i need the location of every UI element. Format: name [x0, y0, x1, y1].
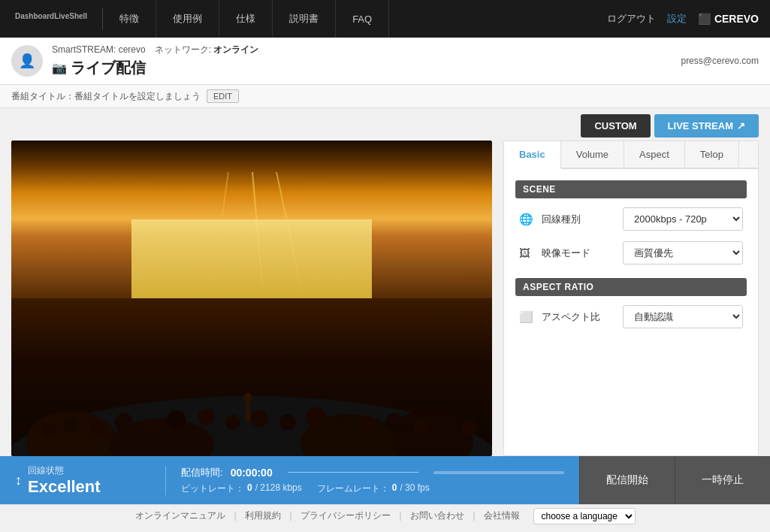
- connection-select[interactable]: 2000kbps - 720p 1000kbps - 480p 500kbps …: [623, 207, 743, 231]
- nav-tabs: 特徴 使用例 仕様 説明書 FAQ: [103, 0, 389, 38]
- svg-point-10: [167, 410, 186, 430]
- footer: オンラインマニュアル ｜ 利用規約 ｜ プライバシーポリシー ｜ お問い合わせ …: [0, 504, 770, 527]
- footer-sep-2: ｜: [286, 509, 295, 522]
- svg-point-20: [439, 422, 455, 438]
- bitrate-label: ビットレート：: [181, 482, 244, 495]
- nav-logo-sub: LiveShell: [54, 12, 87, 20]
- live-stream-label: LIVE STREAM: [668, 120, 733, 131]
- svg-point-14: [279, 414, 296, 431]
- stream-name-text: ライブ配信: [71, 58, 146, 78]
- live-stream-button[interactable]: LIVE STREAM ↗: [654, 114, 759, 138]
- tab-aspect[interactable]: Aspect: [624, 141, 685, 168]
- footer-link-company[interactable]: 会社情報: [484, 509, 520, 522]
- smart-stream-label: SmartSTREAM:: [52, 44, 116, 55]
- footer-link-privacy[interactable]: プライバシーポリシー: [300, 509, 391, 522]
- svg-point-5: [41, 422, 56, 437]
- svg-point-23: [244, 392, 252, 403]
- network-status-label: 回線状態: [28, 464, 101, 477]
- nav-tab-features[interactable]: 特徴: [103, 0, 156, 38]
- nav-tab-usage[interactable]: 使用例: [156, 0, 219, 38]
- footer-sep-4: ｜: [470, 509, 479, 522]
- svg-point-6: [63, 416, 80, 433]
- framerate-unit: / 30 fps: [400, 482, 429, 495]
- svg-point-19: [413, 419, 428, 434]
- brand-icon: ⬛: [698, 13, 711, 25]
- aspect-icon: ⬜: [519, 310, 537, 324]
- pause-stream-button[interactable]: 一時停止: [675, 456, 770, 504]
- footer-sep-3: ｜: [396, 509, 405, 522]
- nav-tab-spec[interactable]: 仕様: [219, 0, 273, 38]
- top-nav: DashboardLiveShell 特徴 使用例 仕様 説明書 FAQ ログア…: [0, 0, 770, 38]
- stream-title-row: SmartSTREAM: cerevo ネットワーク: オンライン: [52, 44, 258, 56]
- footer-link-manual[interactable]: オンラインマニュアル: [135, 509, 225, 522]
- language-select[interactable]: choose a language: [533, 508, 636, 524]
- svg-point-11: [198, 409, 215, 425]
- video-mode-select[interactable]: 画質優先 動き優先 バランス: [623, 241, 743, 264]
- network-label: cerevo ネットワーク:: [119, 44, 211, 55]
- field-row-connection: 🌐 回線種別 2000kbps - 720p 1000kbps - 480p 5…: [515, 207, 747, 231]
- scene-section-header: SCENE: [515, 180, 747, 198]
- connection-icon: 🌐: [519, 213, 537, 226]
- stats-row-time: 配信時間: 00:00:00: [181, 466, 564, 479]
- settings-tabs: Basic Volume Aspect Telop: [504, 141, 758, 169]
- tab-volume[interactable]: Volume: [561, 141, 624, 168]
- footer-sep-1: ｜: [231, 509, 240, 522]
- avatar: 👤: [11, 45, 43, 77]
- aspect-section-header: ASPECT RATIO: [515, 278, 747, 296]
- edit-button[interactable]: EDIT: [207, 89, 239, 103]
- footer-link-contact[interactable]: お問い合わせ: [410, 509, 464, 522]
- nav-right: ログアウト 設定 ⬛ CEREVO: [607, 12, 770, 26]
- program-bar: 番組タイトル：番組タイトルを設定しましょう EDIT: [0, 85, 770, 108]
- nav-tab-faq[interactable]: FAQ: [336, 0, 389, 38]
- connection-label: 回線種別: [537, 213, 623, 226]
- tab-basic[interactable]: Basic: [504, 141, 561, 169]
- svg-point-18: [385, 413, 403, 431]
- svg-point-21: [462, 420, 477, 435]
- concert-scene: [11, 141, 492, 456]
- bottom-bar: ↕ 回線状態 Excellent 配信時間: 00:00:00 ビットレート： …: [0, 456, 770, 504]
- tab-telop[interactable]: Telop: [685, 141, 739, 168]
- svg-point-16: [334, 413, 349, 428]
- stream-controls: 配信開始 一時停止: [579, 456, 770, 504]
- bitrate-stat: ビットレート： 0 / 2128 kbps: [181, 482, 302, 495]
- time-divider: [288, 472, 418, 473]
- nav-logo: DashboardLiveShell: [0, 12, 102, 26]
- nav-tab-manual[interactable]: 説明書: [273, 0, 336, 38]
- brand-text: CEREVO: [714, 13, 759, 25]
- stream-info: SmartSTREAM: cerevo ネットワーク: オンライン 📷 ライブ配…: [52, 44, 258, 78]
- svg-point-17: [360, 416, 376, 433]
- crowd-svg: [11, 306, 492, 456]
- sub-header-left: 👤 SmartSTREAM: cerevo ネットワーク: オンライン 📷 ライ…: [11, 44, 258, 78]
- time-label: 配信時間:: [181, 466, 223, 479]
- sub-header-right: press@cerevo.com: [681, 56, 759, 66]
- video-mode-icon: 🖼: [519, 246, 537, 259]
- custom-button[interactable]: CUSTOM: [581, 114, 650, 138]
- framerate-value: 0: [392, 482, 397, 495]
- footer-link-terms[interactable]: 利用規約: [245, 509, 281, 522]
- email-display: press@cerevo.com: [681, 56, 759, 66]
- network-status: オンライン: [213, 44, 258, 55]
- sub-header: 👤 SmartSTREAM: cerevo ネットワーク: オンライン 📷 ライ…: [0, 38, 770, 85]
- bitrate-unit: / 2128 kbps: [255, 482, 302, 495]
- svg-point-7: [90, 420, 105, 435]
- network-status-icon: ↕: [15, 473, 22, 488]
- settings-content: SCENE 🌐 回線種別 2000kbps - 720p 1000kbps - …: [504, 169, 758, 350]
- brand-logo: ⬛ CEREVO: [698, 13, 759, 25]
- framerate-stat: フレームレート： 0 / 30 fps: [317, 482, 430, 495]
- stream-name-icon: 📷: [52, 61, 67, 75]
- network-status-info: 回線状態 Excellent: [28, 464, 101, 497]
- settings-panel: Basic Volume Aspect Telop SCENE 🌐 回線種別 2…: [503, 141, 759, 456]
- progress-bar: [433, 471, 564, 474]
- logout-button[interactable]: ログアウト: [607, 12, 656, 26]
- stream-stats: 配信時間: 00:00:00 ビットレート： 0 / 2128 kbps フレー…: [165, 466, 579, 495]
- start-stream-button[interactable]: 配信開始: [579, 456, 675, 504]
- action-buttons: CUSTOM LIVE STREAM ↗: [0, 108, 770, 141]
- stream-name: 📷 ライブ配信: [52, 58, 258, 78]
- bitrate-value: 0: [247, 482, 252, 495]
- svg-point-9: [143, 419, 158, 434]
- aspect-select[interactable]: 自動認識 16:9 4:3: [623, 305, 743, 328]
- program-title-label: 番組タイトル：番組タイトルを設定しましょう: [11, 90, 201, 103]
- video-mode-label: 映像モード: [537, 246, 623, 260]
- settings-button[interactable]: 設定: [667, 12, 687, 26]
- field-row-aspect: ⬜ アスペクト比 自動認識 16:9 4:3: [515, 305, 747, 328]
